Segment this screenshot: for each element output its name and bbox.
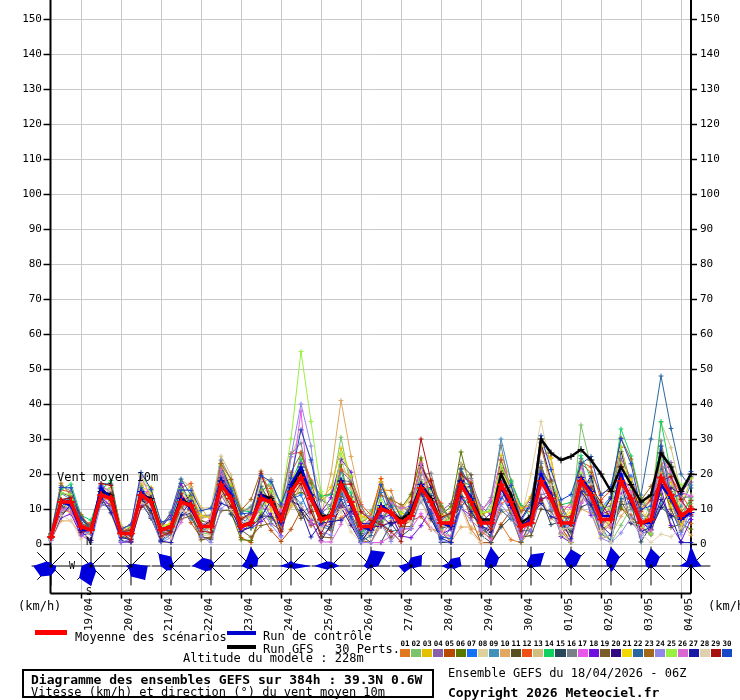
y-tick-label: 10 — [0, 503, 42, 515]
y-tick-label: 80 — [0, 258, 42, 270]
x-date-label: 02/05 — [603, 598, 615, 631]
y-tick-label: 80 — [700, 258, 740, 270]
y-tick-label: 100 — [0, 188, 42, 200]
x-date-label: 23/04 — [243, 598, 255, 631]
x-date-label: 01/05 — [563, 598, 575, 631]
legend-control-line-swatch — [227, 631, 256, 635]
pert-color-swatch — [544, 649, 554, 657]
pert-color-swatch — [555, 649, 565, 657]
title-box: Diagramme des ensembles GEFS sur 384h : … — [22, 669, 434, 698]
pert-color-swatch — [589, 649, 599, 657]
wind-annotation: Vent moyen 10m — [57, 471, 158, 483]
x-date-label: 26/04 — [363, 598, 375, 631]
y-axis-unit-left: (km/h) — [18, 600, 61, 612]
y-axis-unit-right: (km/h) — [708, 600, 740, 612]
pert-color-swatch — [522, 649, 532, 657]
pert-color-swatch — [411, 649, 421, 657]
pert-color-swatch — [567, 649, 577, 657]
pert-color-swatch — [689, 649, 699, 657]
pert-color-swatch — [711, 649, 721, 657]
pert-color-swatch — [666, 649, 676, 657]
x-date-label: 22/04 — [203, 598, 215, 631]
pert-color-swatch — [478, 649, 488, 657]
pert-color-swatch — [511, 649, 521, 657]
x-date-label: 20/04 — [123, 598, 135, 631]
x-date-label: 04/05 — [683, 598, 695, 631]
y-tick-label: 20 — [0, 468, 42, 480]
copyright: Copyright 2026 Meteociel.fr — [448, 685, 659, 700]
pert-number: 30 — [721, 640, 733, 648]
pert-color-swatch — [500, 649, 510, 657]
pert-color-swatch — [456, 649, 466, 657]
y-tick-label: 20 — [700, 468, 740, 480]
y-tick-label: 150 — [700, 13, 740, 25]
x-date-label: 27/04 — [403, 598, 415, 631]
y-tick-label: 40 — [700, 398, 740, 410]
y-tick-label: 130 — [700, 83, 740, 95]
ensemble-chart-canvas — [0, 0, 740, 604]
pert-color-swatch — [633, 649, 643, 657]
pert-color-swatch — [433, 649, 443, 657]
x-date-label: 03/05 — [643, 598, 655, 631]
y-tick-label: 130 — [0, 83, 42, 95]
x-date-label: 25/04 — [323, 598, 335, 631]
pert-color-swatch — [533, 649, 543, 657]
pert-color-swatch — [700, 649, 710, 657]
y-tick-label: 150 — [0, 13, 42, 25]
pert-color-swatch — [422, 649, 432, 657]
y-tick-label: 60 — [0, 328, 42, 340]
pert-color-swatch — [467, 649, 477, 657]
y-tick-label: 30 — [0, 433, 42, 445]
altitude-label: Altitude du modele : 228m — [183, 652, 364, 665]
pert-color-swatch — [722, 649, 732, 657]
pert-color-swatch — [444, 649, 454, 657]
y-tick-label: 90 — [700, 223, 740, 235]
y-tick-label: 30 — [700, 433, 740, 445]
x-date-label: 28/04 — [443, 598, 455, 631]
x-date-label: 29/04 — [483, 598, 495, 631]
run-info: Ensemble GEFS du 18/04/2026 - 06Z — [448, 666, 686, 680]
gefs-ensemble-diagram: 0010102020303040405050606070708080909010… — [0, 0, 740, 700]
pert-color-swatch — [578, 649, 588, 657]
legend-mean-line-swatch — [35, 630, 67, 635]
legend-mean-label: Moyenne des scénarios — [75, 631, 227, 644]
y-tick-label: 50 — [0, 363, 42, 375]
y-tick-label: 40 — [0, 398, 42, 410]
pert-color-swatch — [644, 649, 654, 657]
pert-color-swatch — [489, 649, 499, 657]
y-tick-label: 110 — [0, 153, 42, 165]
diagram-subtitle: Vitesse (km/h) et direction (°) du vent … — [31, 685, 385, 699]
x-date-label: 21/04 — [163, 598, 175, 631]
pert-color-swatch — [611, 649, 621, 657]
y-tick-label: 140 — [0, 48, 42, 60]
y-tick-label: 0 — [700, 538, 740, 550]
y-tick-label: 100 — [700, 188, 740, 200]
y-tick-label: 120 — [700, 118, 740, 130]
pert-color-swatch — [655, 649, 665, 657]
y-tick-label: 60 — [700, 328, 740, 340]
legend-gfs-line-swatch — [227, 645, 256, 649]
y-tick-label: 0 — [0, 538, 42, 550]
x-date-label: 19/04 — [83, 598, 95, 631]
pert-color-swatch — [400, 649, 410, 657]
y-tick-label: 120 — [0, 118, 42, 130]
x-date-label: 24/04 — [283, 598, 295, 631]
x-date-label: 30/04 — [523, 598, 535, 631]
y-tick-label: 10 — [700, 503, 740, 515]
y-tick-label: 140 — [700, 48, 740, 60]
y-tick-label: 90 — [0, 223, 42, 235]
y-tick-label: 70 — [700, 293, 740, 305]
pert-color-swatch — [622, 649, 632, 657]
pert-color-swatch — [600, 649, 610, 657]
pert-color-swatch — [678, 649, 688, 657]
y-tick-label: 50 — [700, 363, 740, 375]
y-tick-label: 110 — [700, 153, 740, 165]
y-tick-label: 70 — [0, 293, 42, 305]
